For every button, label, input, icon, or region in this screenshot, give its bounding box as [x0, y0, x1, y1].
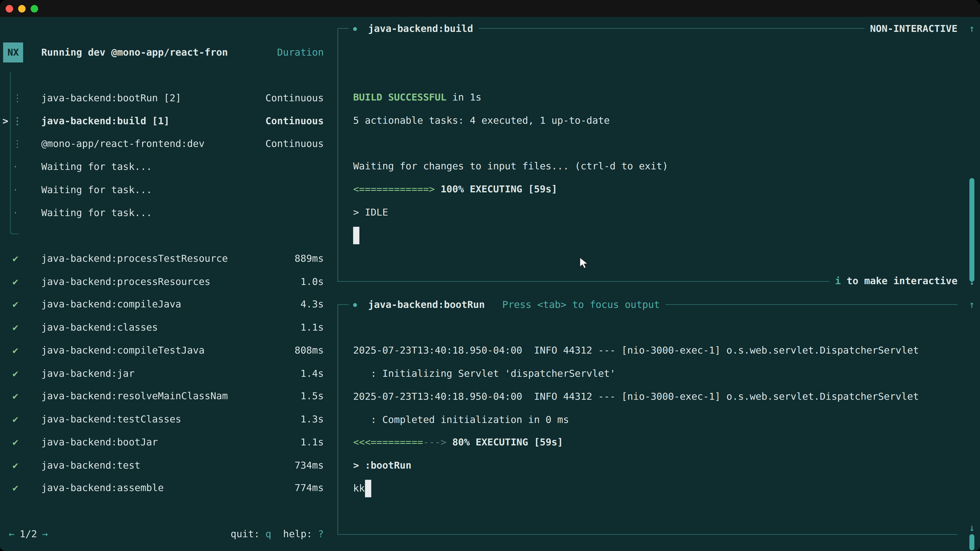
task-duration: 808ms: [294, 345, 324, 356]
quit-key[interactable]: q: [266, 529, 271, 540]
task-name: java-backend:bootJar: [41, 437, 301, 448]
task-name: java-backend:test: [41, 460, 295, 471]
task-duration: 1.0s: [301, 276, 324, 287]
completed-task-row[interactable]: ✔ java-backend:bootJar 1.1s: [0, 431, 337, 454]
panel-left-border: [337, 29, 338, 282]
window-titlebar: [0, 0, 980, 17]
panel-header: ● java-backend:bootRun Press <tab> to fo…: [337, 293, 957, 316]
completed-task-row[interactable]: ✔ java-backend:test 734ms: [0, 454, 337, 477]
completed-task-row[interactable]: ✔ java-backend:compileTestJava 808ms: [0, 339, 337, 362]
terminal-line: <============> 100% EXECUTING [59s]: [337, 178, 957, 201]
task-row[interactable]: · Waiting for task...: [0, 178, 337, 201]
task-duration: 4.3s: [301, 299, 324, 310]
task-name: java-backend:processTestResource: [41, 253, 295, 264]
help-key[interactable]: ?: [318, 529, 324, 540]
check-icon: ✔: [11, 322, 21, 333]
page-indicator: 1/2: [20, 529, 37, 540]
terminal-line: BUILD SUCCESSFUL in 1s: [337, 86, 957, 109]
completed-task-list: ✔ java-backend:processTestResource 889ms…: [0, 247, 337, 500]
sidebar-footer: ← 1/2 → quit: q help: ?: [0, 523, 337, 546]
terminal-line: [337, 40, 957, 63]
scroll-up-icon[interactable]: ↑: [965, 17, 979, 41]
terminal-line: [337, 63, 957, 86]
terminal-line: Waiting for changes to input files... (c…: [337, 155, 957, 178]
prev-page-arrow[interactable]: ←: [9, 529, 14, 540]
task-row[interactable]: · Waiting for task...: [0, 201, 337, 224]
task-status: Continuous: [266, 115, 324, 127]
task-name: java-backend:classes: [41, 322, 301, 333]
task-status: Continuous: [266, 92, 324, 103]
task-duration: 1.4s: [301, 368, 324, 379]
task-marker-icon: ·: [11, 184, 21, 195]
check-icon: ✔: [11, 391, 21, 402]
scroll-up-icon[interactable]: ↑: [965, 293, 979, 317]
focus-output-hint: Press <tab> to focus output: [502, 299, 660, 310]
check-icon: ✔: [11, 483, 21, 494]
running-task-list: ⋮ java-backend:bootRun [2] Continuous > …: [0, 86, 337, 224]
task-name: Waiting for task...: [41, 207, 324, 218]
terminal-line: > :bootRun: [337, 454, 957, 477]
task-row[interactable]: · Waiting for task...: [0, 156, 337, 178]
panel-footer: [337, 523, 957, 546]
quit-label: quit:: [231, 529, 260, 540]
check-icon: ✔: [11, 368, 21, 379]
completed-task-row[interactable]: ✔ java-backend:compileJava 4.3s: [0, 293, 337, 316]
completed-task-row[interactable]: ✔ java-backend:resolveMainClassNam 1.5s: [0, 385, 337, 408]
task-name: java-backend:build [1]: [41, 115, 266, 127]
completed-task-row[interactable]: ✔ java-backend:processResources 1.0s: [0, 270, 337, 293]
panel-title: java-backend:build: [368, 23, 473, 35]
terminal-line: [337, 500, 957, 523]
completed-task-row[interactable]: ✔ java-backend:jar 1.4s: [0, 362, 337, 385]
build-output-panel: ● java-backend:build NON-INTERACTIVE BUI…: [337, 17, 957, 293]
check-icon: ✔: [11, 276, 21, 287]
task-duration: 1.1s: [301, 437, 324, 448]
completed-task-row[interactable]: ✔ java-backend:classes 1.1s: [0, 316, 337, 339]
mode-label: NON-INTERACTIVE: [870, 23, 958, 35]
panel-left-border: [337, 305, 338, 534]
task-row[interactable]: ⋮ java-backend:bootRun [2] Continuous: [0, 86, 337, 110]
scrollbar-thumb[interactable]: [969, 534, 974, 551]
panel-title: java-backend:bootRun: [368, 299, 485, 310]
terminal-cursor: [353, 227, 360, 244]
task-name: Waiting for task...: [41, 161, 324, 172]
completed-task-row[interactable]: ✔ java-backend:testClasses 1.3s: [0, 408, 337, 431]
terminal-line: [337, 316, 957, 339]
selected-arrow-icon: >: [0, 115, 11, 127]
task-row[interactable]: ⋮ @mono-app/react-frontend:dev Continuou…: [0, 132, 337, 156]
terminal-line: [337, 247, 957, 270]
build-terminal-output: BUILD SUCCESSFUL in 1s5 actionable tasks…: [337, 40, 957, 270]
close-window-button[interactable]: [6, 5, 13, 12]
task-status: Continuous: [266, 138, 324, 149]
sidebar-title: Running dev @mono-app/react-fron: [41, 47, 277, 58]
task-name: java-backend:bootRun [2]: [41, 92, 266, 103]
task-name: @mono-app/react-frontend:dev: [41, 138, 266, 149]
status-bullet-icon: ●: [353, 302, 361, 308]
duration-column-header: Duration: [277, 47, 324, 58]
task-name: java-backend:assemble: [41, 483, 295, 494]
task-marker-icon: ·: [11, 207, 21, 218]
task-marker-icon: ⋮: [11, 138, 21, 149]
check-icon: ✔: [11, 414, 21, 425]
zoom-window-button[interactable]: [30, 5, 38, 12]
task-name: java-backend:testClasses: [41, 414, 301, 425]
minimize-window-button[interactable]: [18, 5, 25, 12]
mouse-cursor: [578, 256, 591, 270]
next-page-arrow[interactable]: →: [42, 529, 48, 540]
task-duration: 1.5s: [301, 391, 324, 402]
bootrun-output-panel: ● java-backend:bootRun Press <tab> to fo…: [337, 293, 957, 546]
interactive-hint-key: i: [835, 276, 841, 287]
terminal-line: <<<=========---> 80% EXECUTING [59s]: [337, 431, 957, 454]
completed-task-row[interactable]: ✔ java-backend:processTestResource 889ms: [0, 247, 337, 270]
interactive-hint-text: to make interactive: [841, 276, 958, 287]
completed-task-row[interactable]: ✔ java-backend:assemble 774ms: [0, 477, 337, 500]
task-duration: 1.1s: [301, 322, 324, 333]
scrollbar-thumb[interactable]: [969, 178, 974, 282]
task-row[interactable]: > ⋮ java-backend:build [1] Continuous: [0, 110, 337, 132]
check-icon: ✔: [11, 299, 21, 310]
task-name: java-backend:compileJava: [41, 299, 301, 310]
nx-tui: NX Running dev @mono-app/react-fron Dura…: [0, 17, 980, 551]
terminal-line: [337, 132, 957, 155]
check-icon: ✔: [11, 345, 21, 356]
check-icon: ✔: [11, 253, 21, 264]
task-name: java-backend:resolveMainClassNam: [41, 391, 301, 402]
